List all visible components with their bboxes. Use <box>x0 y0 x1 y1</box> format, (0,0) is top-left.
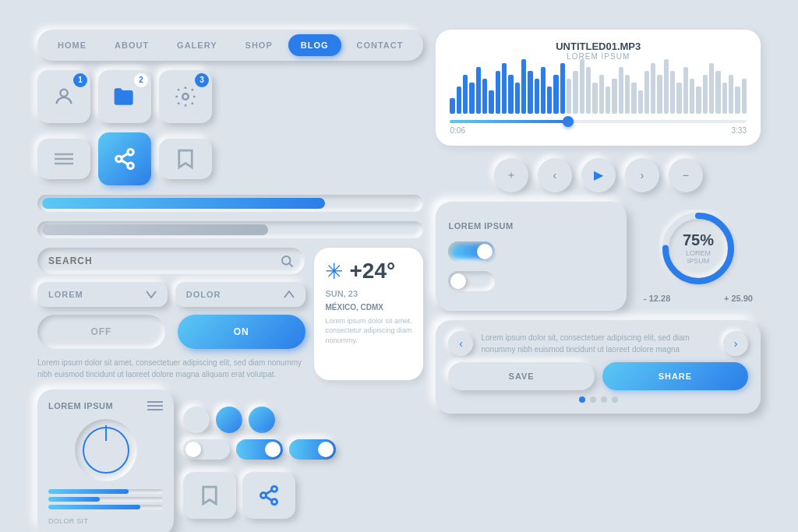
radio-btn-2[interactable] <box>216 407 242 433</box>
waveform <box>450 67 747 114</box>
toggle-card-content: LOREM IPSUM <box>448 221 614 291</box>
slider-thumb-2 <box>450 273 466 289</box>
svg-line-18 <box>266 496 272 500</box>
user-icon-box[interactable]: 1 <box>37 70 90 123</box>
knob-line <box>105 425 107 441</box>
prev-btn[interactable]: ‹ <box>538 158 572 192</box>
nav-bar: HOME ABOUT GALERY SHOP BLOG CONTACT <box>37 30 423 61</box>
share-btn-2[interactable] <box>242 472 295 519</box>
slide-next-arrow[interactable]: › <box>723 331 748 356</box>
search-dropdown-col: LOREM DOLOR OFF ON <box>37 248 305 380</box>
slide-prev-arrow[interactable]: ‹ <box>448 331 473 356</box>
radio-row-1 <box>183 407 336 433</box>
val-left: - 12.28 <box>644 294 670 303</box>
svg-line-9 <box>122 153 129 157</box>
toggle-on[interactable]: ON <box>178 315 305 349</box>
slide-content: Lorem ipsum dolor sit, consectetuer adip… <box>481 332 715 355</box>
lorem-knob-card: LOREM IPSUM <box>37 389 174 533</box>
dot-4[interactable] <box>612 396 618 403</box>
svg-point-5 <box>128 149 134 155</box>
weather-desc: Lorem ipsum dolor sit amet, consectetur … <box>325 316 412 346</box>
search-input[interactable] <box>48 255 274 266</box>
plus-btn[interactable]: ＋ <box>494 158 528 192</box>
user-badge: 1 <box>73 73 87 87</box>
time-end: 3:33 <box>732 126 747 135</box>
music-progress-fill <box>450 120 568 123</box>
bookmark-share-row <box>183 472 336 519</box>
share-button[interactable]: SHARE <box>602 362 748 390</box>
dot-1[interactable] <box>579 396 585 403</box>
dropdown-lorem[interactable]: LOREM <box>37 282 168 307</box>
music-progress-thumb <box>563 116 574 127</box>
circ-sub: LOREMIPSUM <box>683 249 714 265</box>
share-icon-box[interactable] <box>98 132 151 185</box>
toggle-card-title: LOREM IPSUM <box>448 221 614 231</box>
dots-row <box>448 396 748 403</box>
folder-icon-box[interactable]: 2 <box>98 70 151 123</box>
nav-galery[interactable]: GALERY <box>164 34 229 56</box>
music-subtitle: LOREM IPSUM <box>450 52 747 61</box>
circular-progress-container: 75% LOREMIPSUM - 12.28 + 25.90 <box>636 202 761 311</box>
toggle-pill-3-inner <box>318 442 334 457</box>
bookmark-btn[interactable] <box>183 472 236 519</box>
circular-text: 75% LOREMIPSUM <box>683 231 714 265</box>
bottom-left-row: LOREM IPSUM <box>37 389 423 533</box>
toggle-pill-1[interactable] <box>183 439 230 460</box>
toggle-item-1 <box>448 241 614 262</box>
circular-progress: 75% LOREMIPSUM <box>659 210 737 287</box>
toggle-circular-row: LOREM IPSUM <box>436 202 761 311</box>
nav-blog[interactable]: BLOG <box>288 34 341 56</box>
gear-badge: 3 <box>195 73 209 87</box>
controls-row: ＋ ‹ ▶ › − <box>436 158 761 192</box>
dot-2[interactable] <box>590 396 596 403</box>
slide-buttons: SAVE SHARE <box>448 362 748 390</box>
weather-day: SUN, 23 <box>325 289 412 298</box>
toggle-item-2 <box>448 271 614 291</box>
knob-inner <box>83 427 129 474</box>
slider-2[interactable] <box>448 271 495 291</box>
gear-icon-box[interactable]: 3 <box>159 70 212 123</box>
nav-shop[interactable]: SHOP <box>233 34 285 56</box>
music-progress[interactable] <box>450 120 747 123</box>
slider-thumb-1 <box>477 244 493 259</box>
toggle-pill-2[interactable] <box>236 439 283 460</box>
svg-point-1 <box>182 93 189 100</box>
weather-icon-row: ✳ +24° <box>325 259 412 284</box>
nav-contact[interactable]: CONTACT <box>344 34 416 56</box>
svg-point-10 <box>282 256 291 265</box>
play-btn[interactable]: ▶ <box>581 158 616 192</box>
minus-btn[interactable]: − <box>669 158 703 192</box>
knob[interactable] <box>75 419 137 481</box>
svg-point-0 <box>60 89 67 96</box>
svg-point-17 <box>272 499 277 504</box>
weather-location: MÉXICO, CDMX <box>325 303 412 312</box>
time-start: 0:06 <box>450 126 464 135</box>
next-btn[interactable]: › <box>625 158 659 192</box>
pb-bar-2 <box>48 497 163 502</box>
radio-btn-1[interactable] <box>183 407 210 433</box>
weather-temp: +24° <box>349 259 395 284</box>
icon-row-1: 1 2 3 <box>37 70 423 123</box>
menu-icon-box[interactable] <box>37 139 90 179</box>
icon-row-2 <box>37 132 423 185</box>
pb-bar-3 <box>48 505 163 509</box>
knob-container[interactable] <box>48 419 163 481</box>
nav-about[interactable]: ABOUT <box>102 34 161 56</box>
bookmark-icon-box[interactable] <box>159 139 212 179</box>
toggle-off[interactable]: OFF <box>37 315 165 349</box>
save-button[interactable]: SAVE <box>448 362 594 390</box>
radio-btn-3[interactable] <box>249 407 275 433</box>
search-box <box>37 248 305 274</box>
toggle-pill-3[interactable] <box>289 439 336 460</box>
middle-section: LOREM DOLOR OFF ON <box>37 248 423 380</box>
dropdown-dolor[interactable]: DOLOR <box>175 282 305 307</box>
folder-badge: 2 <box>134 73 148 87</box>
progress-bar-gray[interactable] <box>37 221 423 238</box>
nav-home[interactable]: HOME <box>45 34 99 56</box>
card-header: LOREM IPSUM <box>48 400 163 411</box>
slider-1[interactable] <box>448 241 495 262</box>
svg-point-6 <box>116 156 122 162</box>
weather-card: ✳ +24° SUN, 23 MÉXICO, CDMX Lorem ipsum … <box>314 248 423 380</box>
dot-3[interactable] <box>601 396 607 403</box>
progress-bar-blue[interactable] <box>37 195 423 212</box>
